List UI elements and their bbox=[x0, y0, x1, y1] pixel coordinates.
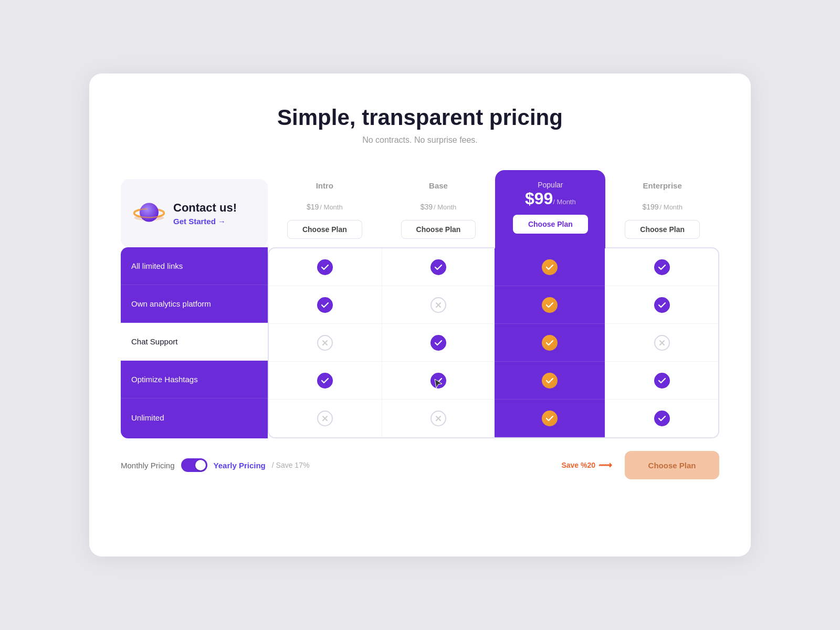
pricing-toggle[interactable] bbox=[181, 458, 207, 472]
features-rows-area: All limited links Own analytics platform… bbox=[121, 247, 719, 438]
popular-feat-2 bbox=[495, 324, 605, 362]
intro-check-3 bbox=[317, 373, 333, 388]
base-feat-0 bbox=[382, 248, 495, 286]
intro-feat-3 bbox=[269, 362, 382, 400]
intro-check-1 bbox=[317, 297, 333, 313]
bottom-bar: Monthly Pricing Yearly Pricing / Save 17… bbox=[121, 451, 719, 479]
intro-feat-0 bbox=[269, 248, 382, 286]
enterprise-choose-plan-btn[interactable]: Choose Plan bbox=[625, 220, 700, 239]
popular-values-col bbox=[495, 248, 605, 437]
plan-header-base: Base $39/ Month Choose Plan bbox=[382, 173, 496, 247]
popular-check-0 bbox=[542, 259, 558, 275]
feature-values-box bbox=[268, 247, 719, 438]
popular-plan-name: Popular bbox=[499, 181, 601, 189]
enterprise-feat-3 bbox=[605, 362, 718, 400]
pricing-wrapper: Contact us! Get Started → Intro $19/ Mon… bbox=[121, 170, 719, 479]
plan-header-popular: Popular $99/ Month Choose Plan bbox=[495, 170, 605, 248]
plan-header-intro: Intro $19/ Month Choose Plan bbox=[268, 173, 382, 247]
feature-label-3: Optimize Hashtags bbox=[121, 361, 268, 398]
intro-feat-1 bbox=[269, 286, 382, 324]
popular-plan-price: $99/ Month bbox=[499, 189, 601, 208]
popular-choose-plan-btn[interactable]: Choose Plan bbox=[513, 215, 588, 234]
popular-check-3 bbox=[542, 373, 558, 388]
base-feat-3 bbox=[382, 362, 495, 400]
svg-point-2 bbox=[140, 203, 159, 222]
intro-plan-price: $19/ Month bbox=[272, 193, 377, 214]
popular-feat-0 bbox=[495, 248, 605, 286]
plans-header-row: Contact us! Get Started → Intro $19/ Mon… bbox=[121, 170, 719, 247]
contact-text: Contact us! Get Started → bbox=[173, 201, 237, 226]
enterprise-plan-name: Enterprise bbox=[610, 181, 715, 190]
page-title: Simple, transparent pricing bbox=[121, 105, 719, 130]
pricing-card: Simple, transparent pricing No contracts… bbox=[89, 74, 751, 556]
intro-check-0 bbox=[317, 259, 333, 275]
enterprise-period: / Month bbox=[660, 203, 682, 211]
enterprise-check-0 bbox=[654, 259, 670, 275]
intro-x-4 bbox=[317, 411, 333, 426]
base-plan-name: Base bbox=[386, 181, 491, 190]
base-x-1 bbox=[430, 297, 446, 313]
monthly-pricing-label: Monthly Pricing bbox=[121, 461, 175, 470]
intro-values-col bbox=[269, 248, 382, 437]
intro-feat-2 bbox=[269, 324, 382, 362]
enterprise-feat-1 bbox=[605, 286, 718, 324]
base-check-0 bbox=[430, 259, 446, 275]
enterprise-feat-4 bbox=[605, 400, 718, 437]
enterprise-feat-2 bbox=[605, 324, 718, 362]
base-plan-price: $39/ Month bbox=[386, 193, 491, 214]
base-values-col bbox=[382, 248, 495, 437]
save-badge: Save %20 bbox=[561, 461, 595, 469]
popular-feat-3 bbox=[495, 362, 605, 400]
feature-labels-col: All limited links Own analytics platform… bbox=[121, 247, 268, 438]
get-started-link[interactable]: Get Started → bbox=[173, 217, 237, 226]
enterprise-check-4 bbox=[654, 411, 670, 426]
base-period: / Month bbox=[434, 203, 456, 211]
enterprise-feat-0 bbox=[605, 248, 718, 286]
feature-label-1: Own analytics platform bbox=[121, 285, 268, 323]
popular-check-2 bbox=[542, 335, 558, 351]
popular-check-4 bbox=[542, 411, 558, 426]
feature-label-2: Chat Support bbox=[121, 323, 268, 361]
page-header: Simple, transparent pricing No contracts… bbox=[121, 105, 719, 145]
popular-bottom-btn[interactable]: Choose Plan bbox=[625, 451, 719, 479]
popular-check-1 bbox=[542, 297, 558, 313]
squiggle-icon: ⟿ bbox=[598, 459, 612, 471]
save-badge-area: Save %20 ⟿ bbox=[561, 459, 612, 471]
enterprise-x-2 bbox=[654, 335, 670, 351]
page-subtitle: No contracts. No surprise fees. bbox=[121, 135, 719, 145]
enterprise-plan-price: $199/ Month bbox=[610, 193, 715, 214]
contact-col-header: Contact us! Get Started → bbox=[121, 179, 268, 247]
enterprise-values-col bbox=[605, 248, 718, 437]
popular-feat-4 bbox=[495, 400, 605, 437]
intro-choose-plan-btn[interactable]: Choose Plan bbox=[287, 220, 362, 239]
contact-heading: Contact us! bbox=[173, 201, 237, 215]
save-suffix: / Save 17% bbox=[272, 461, 310, 469]
intro-feat-4 bbox=[269, 400, 382, 437]
popular-feat-1 bbox=[495, 286, 605, 324]
base-x-4 bbox=[430, 411, 446, 426]
base-choose-plan-btn[interactable]: Choose Plan bbox=[401, 220, 476, 239]
popular-cta-wrapper: Choose Plan bbox=[618, 451, 719, 479]
base-feat-4 bbox=[382, 400, 495, 437]
enterprise-check-3 bbox=[654, 373, 670, 388]
feature-label-4: Unlimited bbox=[121, 398, 268, 436]
enterprise-check-1 bbox=[654, 297, 670, 313]
intro-plan-name: Intro bbox=[272, 181, 377, 190]
base-feat-1 bbox=[382, 286, 495, 324]
intro-x-2 bbox=[317, 335, 333, 351]
toggle-knob bbox=[195, 460, 206, 470]
base-feat-2 bbox=[382, 324, 495, 362]
base-check-3 bbox=[430, 373, 446, 388]
intro-period: / Month bbox=[320, 203, 342, 211]
planet-icon bbox=[133, 197, 165, 229]
base-check-2 bbox=[430, 335, 446, 351]
plan-header-enterprise: Enterprise $199/ Month Choose Plan bbox=[605, 173, 719, 247]
feature-label-0: All limited links bbox=[121, 247, 268, 285]
contact-card: Contact us! Get Started → bbox=[121, 179, 268, 247]
yearly-pricing-label: Yearly Pricing bbox=[214, 461, 266, 470]
